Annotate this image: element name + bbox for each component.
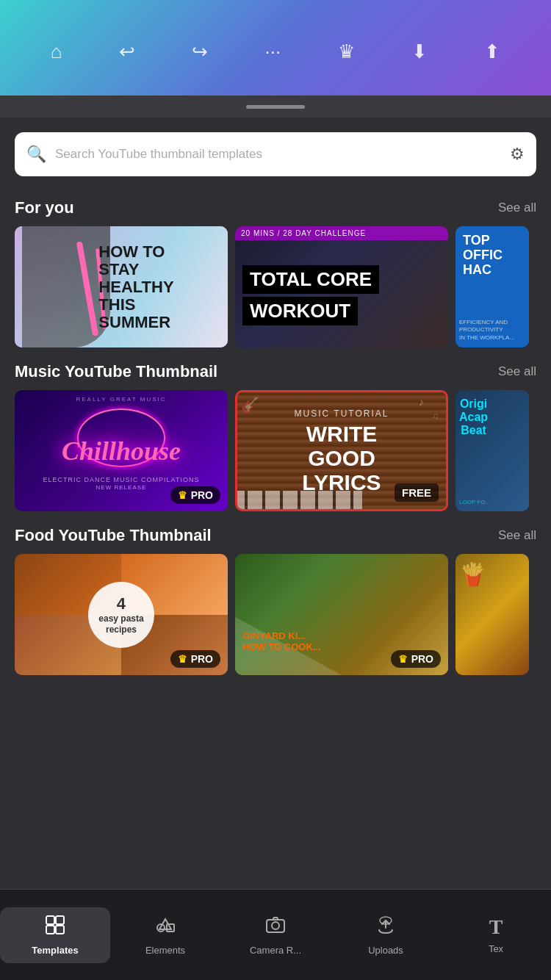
chillhouse-title: Chillhouse [15, 436, 228, 466]
search-icon: 🔍 [26, 145, 46, 164]
music2-subtitle: MUSIC TUTORIAL [289, 408, 394, 418]
food-card-2[interactable]: GINYARD KI...HOW TO COOK... ♛ PRO [235, 554, 448, 675]
nav-uploads[interactable]: Uploads [331, 907, 441, 963]
templates-icon [45, 915, 65, 940]
food2-pro-badge: ♛ PRO [391, 650, 441, 668]
music-card-2[interactable]: 🎸 ♪ ♫ MUSIC TUTORIAL WRITE GOODLYRICS FR… [235, 390, 448, 511]
foryou-card-3-text: TOPOFFICHAC [463, 234, 503, 277]
music-title: Music YouTube Thumbnail [15, 362, 217, 381]
svg-point-7 [272, 922, 279, 929]
foryou-card-1-title: HOW TOSTAYHEALTHYTHISSUMMER [98, 242, 173, 331]
svg-rect-3 [56, 926, 64, 934]
templates-label: Templates [32, 945, 78, 956]
for-you-title: For you [15, 198, 74, 217]
elements-label: Elements [145, 945, 185, 956]
crown-icon-food2: ♛ [398, 653, 408, 665]
svg-rect-2 [46, 926, 54, 934]
crown-icon-food1: ♛ [178, 653, 187, 665]
food-title: Food YouTube Thumbnail [15, 526, 212, 545]
more-icon[interactable]: ··· [264, 40, 281, 63]
music-row: REALLY GREAT MUSIC Chillhouse ELECTRIC D… [0, 390, 551, 511]
svg-rect-1 [56, 916, 64, 924]
search-container: 🔍 Search YouTube thumbnail templates ⚙ [0, 118, 551, 184]
music-card-1[interactable]: REALLY GREAT MUSIC Chillhouse ELECTRIC D… [15, 390, 228, 511]
svg-rect-0 [46, 916, 54, 924]
filter-icon[interactable]: ⚙ [510, 145, 525, 164]
text-icon: T [489, 915, 503, 939]
music1-pro-badge: ♛ PRO [170, 486, 220, 504]
camera-icon [265, 915, 286, 940]
food-card-1[interactable]: 4easy pastarecipes ♛ PRO [15, 554, 228, 675]
foryou-card-1[interactable]: HOW TOSTAYHEALTHYTHISSUMMER [15, 226, 228, 347]
redo-icon[interactable]: ↪ [192, 40, 208, 63]
share-icon[interactable]: ⬆ [484, 40, 500, 63]
undo-icon[interactable]: ↩ [119, 40, 135, 63]
foryou-card-3[interactable]: TOPOFFICHAC EFFICIENCY ANDPRODUCTIVITYIN… [455, 226, 529, 347]
nav-camera[interactable]: Camera R... [220, 907, 331, 963]
top-toolbar: ⌂ ↩ ↪ ··· ♛ ⬇ ⬆ [0, 0, 551, 96]
camera-label: Camera R... [250, 945, 301, 956]
nav-templates[interactable]: Templates [0, 907, 110, 963]
crown-icon[interactable]: ♛ [338, 40, 355, 63]
drag-handle [246, 105, 305, 109]
nav-elements[interactable]: Elements [110, 907, 220, 963]
music2-text: MUSIC TUTORIAL WRITE GOODLYRICS [289, 408, 394, 494]
drag-handle-bar [0, 96, 551, 118]
search-placeholder: Search YouTube thumbnail templates [55, 147, 501, 162]
uploads-icon [375, 915, 396, 940]
food2-text: GINYARD KI...HOW TO COOK... [242, 630, 321, 653]
crown-icon-music1: ♛ [178, 489, 187, 501]
food-header: Food YouTube Thumbnail See all [0, 511, 551, 554]
music3-text: OrigiAcapBeat [459, 397, 488, 437]
main-content: 🔍 Search YouTube thumbnail templates ⚙ F… [0, 118, 551, 911]
music2-free-badge: FREE [395, 483, 439, 502]
for-you-see-all[interactable]: See all [498, 201, 536, 215]
nav-text[interactable]: T Tex [441, 908, 551, 962]
uploads-label: Uploads [368, 945, 403, 956]
foryou-card-2[interactable]: 20 MINS / 28 DAY CHALLENGE TOTAL CORE WO… [235, 226, 448, 347]
download-icon[interactable]: ⬇ [411, 40, 428, 63]
music1-top: REALLY GREAT MUSIC [15, 396, 228, 403]
food1-pro-badge: ♛ PRO [170, 650, 220, 668]
for-you-header: For you See all [0, 184, 551, 226]
music2-title: WRITE GOODLYRICS [289, 421, 394, 494]
music-header: Music YouTube Thumbnail See all [0, 347, 551, 390]
music-see-all[interactable]: See all [498, 364, 536, 379]
food1-label: 4easy pastarecipes [98, 594, 143, 635]
elements-icon [155, 915, 176, 940]
workout-top-text: 20 MINS / 28 DAY CHALLENGE [235, 226, 448, 240]
food-see-all[interactable]: See all [498, 528, 536, 543]
bottom-nav: Templates Elements Camera R... [0, 889, 551, 980]
music-card-3[interactable]: OrigiAcapBeat LOOP FO... [455, 390, 529, 511]
food-card-3[interactable]: 🍟 [455, 554, 529, 675]
text-label: Tex [489, 943, 503, 954]
home-icon[interactable]: ⌂ [51, 40, 62, 63]
search-bar[interactable]: 🔍 Search YouTube thumbnail templates ⚙ [15, 132, 536, 176]
food-row: 4easy pastarecipes ♛ PRO GINYARD KI...HO… [0, 554, 551, 675]
for-you-row: HOW TOSTAYHEALTHYTHISSUMMER 20 MINS / 28… [0, 226, 551, 347]
